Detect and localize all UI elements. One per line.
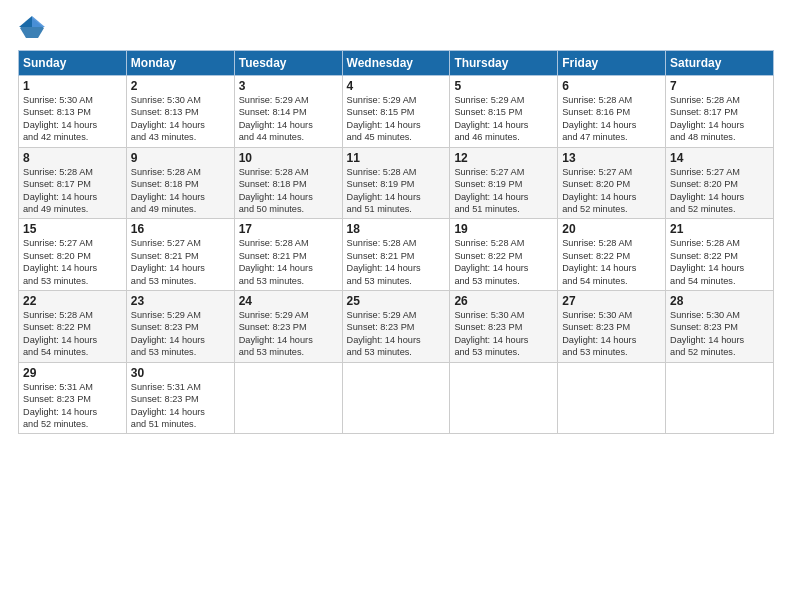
- table-row: 9Sunrise: 5:28 AMSunset: 8:18 PMDaylight…: [126, 147, 234, 219]
- day-number: 5: [454, 79, 553, 93]
- day-info: Sunrise: 5:28 AMSunset: 8:22 PMDaylight:…: [562, 237, 661, 287]
- day-number: 25: [347, 294, 446, 308]
- table-row: 8Sunrise: 5:28 AMSunset: 8:17 PMDaylight…: [19, 147, 127, 219]
- svg-marker-1: [32, 16, 45, 27]
- table-row: [234, 362, 342, 434]
- day-info: Sunrise: 5:28 AMSunset: 8:21 PMDaylight:…: [347, 237, 446, 287]
- table-row: 28Sunrise: 5:30 AMSunset: 8:23 PMDayligh…: [666, 291, 774, 363]
- table-row: 14Sunrise: 5:27 AMSunset: 8:20 PMDayligh…: [666, 147, 774, 219]
- table-row: 24Sunrise: 5:29 AMSunset: 8:23 PMDayligh…: [234, 291, 342, 363]
- day-info: Sunrise: 5:28 AMSunset: 8:17 PMDaylight:…: [670, 94, 769, 144]
- col-friday: Friday: [558, 51, 666, 76]
- day-number: 3: [239, 79, 338, 93]
- table-row: [558, 362, 666, 434]
- day-number: 15: [23, 222, 122, 236]
- table-row: 25Sunrise: 5:29 AMSunset: 8:23 PMDayligh…: [342, 291, 450, 363]
- table-row: 11Sunrise: 5:28 AMSunset: 8:19 PMDayligh…: [342, 147, 450, 219]
- col-sunday: Sunday: [19, 51, 127, 76]
- table-row: 7Sunrise: 5:28 AMSunset: 8:17 PMDaylight…: [666, 76, 774, 148]
- day-info: Sunrise: 5:30 AMSunset: 8:23 PMDaylight:…: [454, 309, 553, 359]
- day-number: 24: [239, 294, 338, 308]
- table-row: 20Sunrise: 5:28 AMSunset: 8:22 PMDayligh…: [558, 219, 666, 291]
- col-thursday: Thursday: [450, 51, 558, 76]
- day-number: 26: [454, 294, 553, 308]
- day-number: 12: [454, 151, 553, 165]
- table-row: 4Sunrise: 5:29 AMSunset: 8:15 PMDaylight…: [342, 76, 450, 148]
- day-number: 19: [454, 222, 553, 236]
- table-row: 1Sunrise: 5:30 AMSunset: 8:13 PMDaylight…: [19, 76, 127, 148]
- day-info: Sunrise: 5:30 AMSunset: 8:23 PMDaylight:…: [670, 309, 769, 359]
- day-number: 4: [347, 79, 446, 93]
- day-info: Sunrise: 5:30 AMSunset: 8:13 PMDaylight:…: [131, 94, 230, 144]
- table-row: 19Sunrise: 5:28 AMSunset: 8:22 PMDayligh…: [450, 219, 558, 291]
- day-number: 30: [131, 366, 230, 380]
- day-number: 8: [23, 151, 122, 165]
- day-number: 27: [562, 294, 661, 308]
- day-number: 29: [23, 366, 122, 380]
- day-number: 11: [347, 151, 446, 165]
- table-row: [342, 362, 450, 434]
- day-info: Sunrise: 5:29 AMSunset: 8:23 PMDaylight:…: [131, 309, 230, 359]
- table-row: 22Sunrise: 5:28 AMSunset: 8:22 PMDayligh…: [19, 291, 127, 363]
- table-row: 15Sunrise: 5:27 AMSunset: 8:20 PMDayligh…: [19, 219, 127, 291]
- table-row: 3Sunrise: 5:29 AMSunset: 8:14 PMDaylight…: [234, 76, 342, 148]
- day-info: Sunrise: 5:27 AMSunset: 8:19 PMDaylight:…: [454, 166, 553, 216]
- day-info: Sunrise: 5:28 AMSunset: 8:16 PMDaylight:…: [562, 94, 661, 144]
- day-info: Sunrise: 5:29 AMSunset: 8:14 PMDaylight:…: [239, 94, 338, 144]
- table-row: 2Sunrise: 5:30 AMSunset: 8:13 PMDaylight…: [126, 76, 234, 148]
- day-info: Sunrise: 5:27 AMSunset: 8:20 PMDaylight:…: [670, 166, 769, 216]
- day-info: Sunrise: 5:29 AMSunset: 8:23 PMDaylight:…: [347, 309, 446, 359]
- table-row: 16Sunrise: 5:27 AMSunset: 8:21 PMDayligh…: [126, 219, 234, 291]
- table-row: 18Sunrise: 5:28 AMSunset: 8:21 PMDayligh…: [342, 219, 450, 291]
- day-number: 7: [670, 79, 769, 93]
- day-number: 1: [23, 79, 122, 93]
- page: Sunday Monday Tuesday Wednesday Thursday…: [0, 0, 792, 612]
- table-row: 30Sunrise: 5:31 AMSunset: 8:23 PMDayligh…: [126, 362, 234, 434]
- day-info: Sunrise: 5:29 AMSunset: 8:15 PMDaylight:…: [347, 94, 446, 144]
- logo-icon: [18, 14, 46, 42]
- svg-marker-2: [19, 16, 32, 27]
- day-info: Sunrise: 5:28 AMSunset: 8:22 PMDaylight:…: [670, 237, 769, 287]
- table-row: 27Sunrise: 5:30 AMSunset: 8:23 PMDayligh…: [558, 291, 666, 363]
- day-number: 20: [562, 222, 661, 236]
- day-number: 23: [131, 294, 230, 308]
- day-number: 17: [239, 222, 338, 236]
- day-number: 14: [670, 151, 769, 165]
- table-row: [450, 362, 558, 434]
- header: [18, 14, 774, 42]
- day-info: Sunrise: 5:28 AMSunset: 8:22 PMDaylight:…: [23, 309, 122, 359]
- day-info: Sunrise: 5:29 AMSunset: 8:23 PMDaylight:…: [239, 309, 338, 359]
- table-row: 29Sunrise: 5:31 AMSunset: 8:23 PMDayligh…: [19, 362, 127, 434]
- table-row: 21Sunrise: 5:28 AMSunset: 8:22 PMDayligh…: [666, 219, 774, 291]
- day-info: Sunrise: 5:31 AMSunset: 8:23 PMDaylight:…: [131, 381, 230, 431]
- day-info: Sunrise: 5:30 AMSunset: 8:13 PMDaylight:…: [23, 94, 122, 144]
- day-info: Sunrise: 5:30 AMSunset: 8:23 PMDaylight:…: [562, 309, 661, 359]
- day-info: Sunrise: 5:31 AMSunset: 8:23 PMDaylight:…: [23, 381, 122, 431]
- day-number: 28: [670, 294, 769, 308]
- day-info: Sunrise: 5:28 AMSunset: 8:18 PMDaylight:…: [131, 166, 230, 216]
- col-wednesday: Wednesday: [342, 51, 450, 76]
- day-info: Sunrise: 5:28 AMSunset: 8:18 PMDaylight:…: [239, 166, 338, 216]
- day-info: Sunrise: 5:27 AMSunset: 8:20 PMDaylight:…: [562, 166, 661, 216]
- day-info: Sunrise: 5:27 AMSunset: 8:20 PMDaylight:…: [23, 237, 122, 287]
- table-row: 10Sunrise: 5:28 AMSunset: 8:18 PMDayligh…: [234, 147, 342, 219]
- day-number: 13: [562, 151, 661, 165]
- table-row: 13Sunrise: 5:27 AMSunset: 8:20 PMDayligh…: [558, 147, 666, 219]
- day-number: 16: [131, 222, 230, 236]
- col-monday: Monday: [126, 51, 234, 76]
- day-number: 10: [239, 151, 338, 165]
- day-info: Sunrise: 5:28 AMSunset: 8:22 PMDaylight:…: [454, 237, 553, 287]
- day-number: 21: [670, 222, 769, 236]
- day-info: Sunrise: 5:29 AMSunset: 8:15 PMDaylight:…: [454, 94, 553, 144]
- table-row: 12Sunrise: 5:27 AMSunset: 8:19 PMDayligh…: [450, 147, 558, 219]
- calendar-table: Sunday Monday Tuesday Wednesday Thursday…: [18, 50, 774, 434]
- table-row: 26Sunrise: 5:30 AMSunset: 8:23 PMDayligh…: [450, 291, 558, 363]
- table-row: 6Sunrise: 5:28 AMSunset: 8:16 PMDaylight…: [558, 76, 666, 148]
- day-number: 2: [131, 79, 230, 93]
- day-number: 22: [23, 294, 122, 308]
- logo: [18, 14, 50, 42]
- day-info: Sunrise: 5:27 AMSunset: 8:21 PMDaylight:…: [131, 237, 230, 287]
- day-number: 6: [562, 79, 661, 93]
- day-number: 18: [347, 222, 446, 236]
- table-row: 17Sunrise: 5:28 AMSunset: 8:21 PMDayligh…: [234, 219, 342, 291]
